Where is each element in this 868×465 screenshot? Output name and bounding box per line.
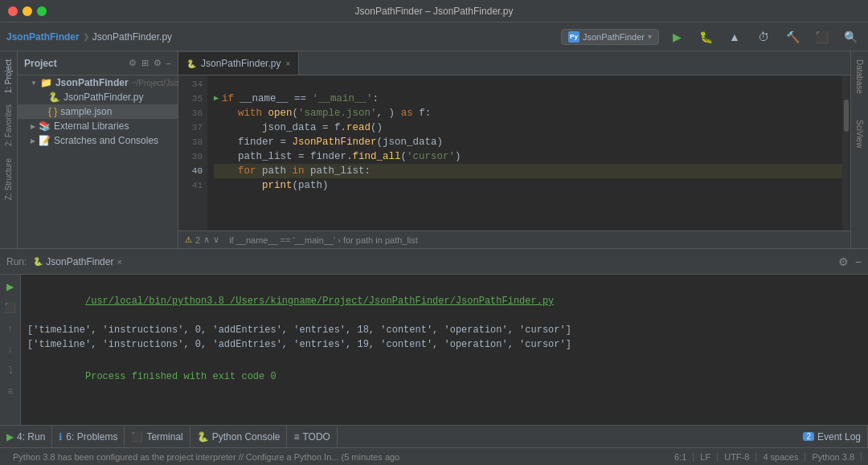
scratches-chevron: ▶ [31,137,35,145]
run-configuration[interactable]: Py JsonPathFinder ▾ [561,29,659,45]
ext-lib-icon: 📚 [39,120,51,132]
stop-button[interactable]: ⬛ [810,26,833,48]
debug-button[interactable]: 🐛 [694,26,717,48]
sidebar-tab-sciview[interactable]: SciView [854,115,866,153]
status-encoding[interactable]: UTF-8 [718,452,756,462]
code-line-37: json_data = f. read () [214,120,842,135]
run-config-chevron: ▾ [648,32,652,41]
code-parens5: ) [455,149,461,164]
tab-problems[interactable]: ℹ 6: Problems [52,426,125,447]
project-layout-icon[interactable]: ⊞ [141,58,149,68]
warning-badge: ⚠ [185,235,192,244]
kw-in: in [293,164,305,178]
bottom-panel-header: Run: 🐍 JsonPathFinder × ⚙ − [0,249,868,275]
code-line-38: finder = JsonPathFinder (json_data) [214,135,842,149]
editor-scrollbar[interactable] [842,75,850,230]
code-paren: ( [293,106,299,120]
code-editor[interactable]: 34 35 36 37 38 39 40 41 ▶ if _ [178,75,850,230]
str-sample: 'sample.json' [298,106,377,120]
tab-close-button[interactable]: × [285,59,290,68]
console-line2: ['timeline', 'instructions', 0, 'addEntr… [27,337,862,352]
line-num-34: 34 [178,77,203,92]
sidebar-tab-structure[interactable]: Z: Structure [2,153,14,205]
tree-file-json[interactable]: ▶ { } sample.json [18,104,178,119]
line-num-38: 38 [178,135,203,149]
tree-external-libraries[interactable]: ▶ 📚 External Libraries [18,119,178,133]
indent6 [214,178,262,193]
left-sidebar-tabs: 1: Project 2: Favorites Z: Structure [0,51,18,248]
run-minimize-icon[interactable]: − [855,255,862,268]
bottom-panel-body: ▶ ⬛ ↑ ↓ ⤵ ≡ /usr/local/bin/python3.8 /Us… [0,275,868,425]
fn-print: print [262,178,293,193]
tab-event-log[interactable]: 2 Event Log [796,426,868,447]
ext-chevron: ▶ [31,123,35,130]
folder-icon: 📁 [40,77,52,88]
window-controls [8,6,47,16]
close-button[interactable] [8,6,18,16]
run-tab-close[interactable]: × [117,257,121,267]
tab-todo[interactable]: ≡ TODO [287,426,337,447]
run-stop-button[interactable]: ⬛ [2,299,19,316]
run-button[interactable]: ▶ [665,26,688,48]
status-message: Python 3.8 has been configured as the pr… [6,452,668,462]
py-file-icon: 🐍 [48,92,60,103]
status-python-version[interactable]: Python 3.8 [805,452,862,462]
console-main: /usr/local/bin/python3.8 /Users/kingname… [27,279,862,420]
root-folder-name: JsonPathFinder [55,77,129,88]
run-play-button[interactable]: ▶ [2,278,19,296]
py-filename: JsonPathFinder.py [63,92,143,103]
tree-scratches[interactable]: ▶ 📝 Scratches and Consoles [18,133,178,148]
status-bar: Python 3.8 has been configured as the pr… [0,447,868,465]
project-gear-icon[interactable]: ⚙ [154,58,162,68]
code-line-41: print (path) [214,178,842,193]
breadcrumb-root[interactable]: JsonPathFinder [6,31,80,43]
sidebar-tab-project[interactable]: 1: Project [2,55,14,98]
run-up-button[interactable]: ↑ [2,320,19,337]
code-line-36: with open ( 'sample.json' , ) as f: [214,106,842,120]
main-content: 1: Project 2: Favorites Z: Structure Pro… [0,51,868,248]
bottom-tabs-bar: ▶ 4: Run ℹ 6: Problems ⬛ Terminal 🐍 Pyth… [0,425,868,447]
project-settings-icon[interactable]: ⚙ [129,58,137,68]
run-tab-play-icon: ▶ [6,431,14,443]
sidebar-tab-database[interactable]: Database [854,55,866,99]
scratches-label: Scratches and Consoles [54,135,158,146]
tree-root-folder[interactable]: ▼ 📁 JsonPathFinder ~/Project/JsonPathFin… [18,75,178,90]
py-tab-icon: 🐍 [186,59,196,68]
editor-tab-main[interactable]: 🐍 JsonPathFinder.py × [178,52,299,75]
run-wrap-button[interactable]: ⤵ [2,361,19,379]
minimize-button[interactable] [23,6,32,16]
run-arrow-icon: ▶ [214,92,219,106]
tree-file-py[interactable]: ▶ 🐍 JsonPathFinder.py [18,90,178,104]
status-position[interactable]: 6:1 [668,452,694,462]
build-button[interactable]: 🔨 [781,26,804,48]
code-parens3: (json_data) [377,135,444,149]
exit-message: Process finished with exit code 0 [85,371,276,382]
coverage-button[interactable]: ▲ [723,26,746,48]
event-log-badge: 2 [803,432,814,441]
tab-python-console[interactable]: 🐍 Python Console [190,426,288,447]
sidebar-tab-favorites[interactable]: 2: Favorites [2,100,14,151]
run-toolbar: ▶ ⬛ ↑ ↓ ⤵ ≡ [0,275,21,425]
project-minimize-icon[interactable]: − [166,59,171,68]
status-indent[interactable]: 4 spaces [756,452,805,462]
console-path: /usr/local/bin/python3.8 /Users/kingname… [85,296,554,307]
code-line-34 [214,77,842,92]
tab-todo-label: TODO [303,431,330,443]
search-button[interactable]: 🔍 [839,26,862,48]
code-colon: : [373,92,379,106]
status-linesep[interactable]: LF [694,452,718,462]
breadcrumb-file[interactable]: JsonPathFinder.py [92,31,172,43]
breadcrumb: JsonPathFinder ❯ JsonPathFinder.py [6,31,172,43]
run-down-button[interactable]: ↓ [2,341,19,358]
run-settings-icon[interactable]: ⚙ [838,255,849,268]
tab-terminal[interactable]: ⬛ Terminal [125,426,190,447]
line-num-36: 36 [178,106,203,120]
project-panel-header: Project ⚙ ⊞ ⚙ − [18,51,178,75]
run-tab[interactable]: 🐍 JsonPathFinder × [33,256,121,267]
main-toolbar: JsonPathFinder ❯ JsonPathFinder.py Py Js… [0,22,868,51]
fn-open: open [268,106,293,120]
maximize-button[interactable] [37,6,47,16]
profile-button[interactable]: ⏱ [752,26,775,48]
run-list-button[interactable]: ≡ [2,382,19,400]
tab-run[interactable]: ▶ 4: Run [0,426,52,447]
